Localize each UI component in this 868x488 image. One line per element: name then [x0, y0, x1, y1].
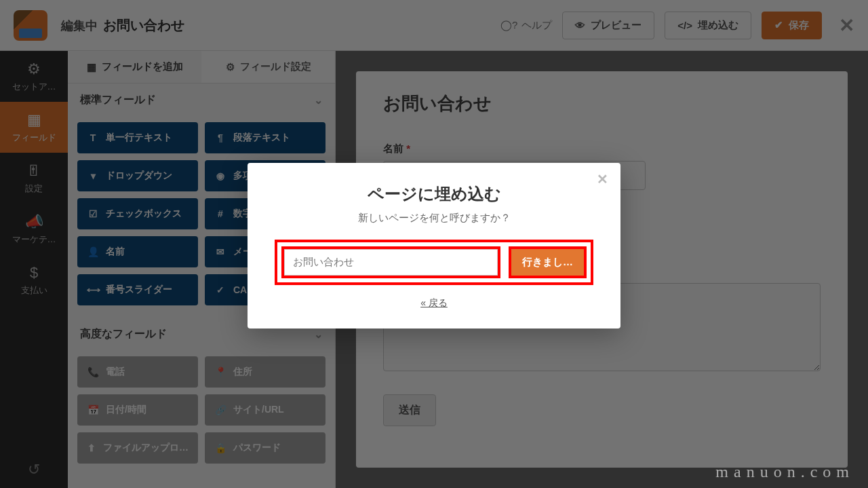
modal-title: ページに埋め込む: [275, 183, 593, 205]
modal-input-highlight: [281, 246, 500, 278]
page-name-input[interactable]: [284, 249, 498, 276]
modal-subtitle: 新しいページを何と呼びますか？: [275, 212, 593, 225]
embed-page-modal: ✕ ページに埋め込む 新しいページを何と呼びますか？ 行きまし… « 戻る: [248, 163, 620, 329]
modal-overlay[interactable]: ✕ ページに埋め込む 新しいページを何と呼びますか？ 行きまし… « 戻る: [0, 0, 868, 488]
modal-go-highlight: 行きまし…: [509, 246, 587, 278]
modal-input-row: 行きまし…: [275, 240, 593, 285]
go-button[interactable]: 行きまし…: [511, 249, 584, 276]
back-link[interactable]: « 戻る: [275, 297, 593, 309]
modal-close-button[interactable]: ✕: [597, 171, 608, 187]
